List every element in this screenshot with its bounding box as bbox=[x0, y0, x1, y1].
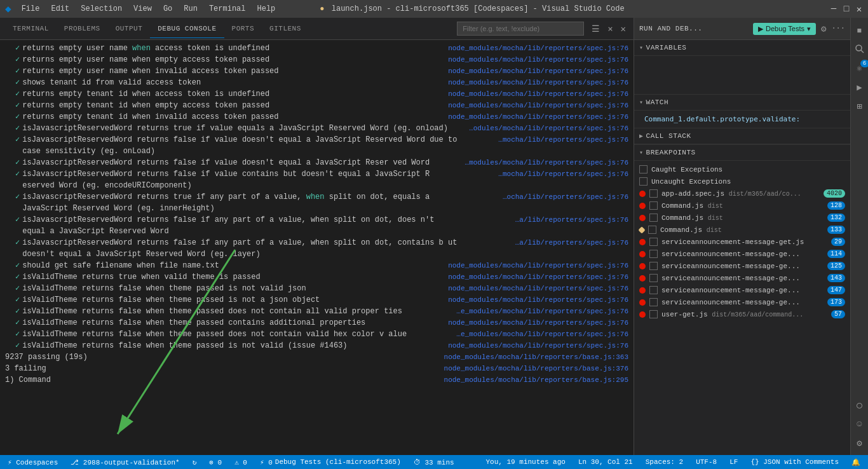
tab-output[interactable]: OUTPUT bbox=[108, 20, 151, 37]
bp-badge: 114 bbox=[827, 250, 845, 258]
eol-item[interactable]: LF bbox=[727, 458, 740, 466]
table-row: ✓ returns empty user name when access to… bbox=[5, 43, 628, 54]
explorer-icon[interactable]: ◾ bbox=[853, 23, 867, 37]
tab-problems[interactable]: PROBLEMS bbox=[57, 20, 108, 37]
chevron-icon: ▾ bbox=[639, 44, 644, 51]
bp-diamond-icon bbox=[638, 226, 645, 233]
breakpoint-svc-msg-ge-143[interactable]: serviceannouncement-message-ge... 143 bbox=[634, 272, 850, 284]
search-icon[interactable] bbox=[853, 42, 867, 56]
codespaces-item[interactable]: ⚡ Codespaces bbox=[5, 458, 60, 466]
menu-edit[interactable]: Edit bbox=[46, 3, 74, 15]
split-icon[interactable]: ⨯ bbox=[605, 22, 615, 36]
watch-header[interactable]: ▾ WATCH bbox=[634, 95, 850, 111]
watch-content: Command_1.default.prototype.validate: bbox=[634, 111, 850, 128]
encoding-item[interactable]: UTF-8 bbox=[693, 458, 719, 466]
tab-terminal[interactable]: TERMINAL bbox=[5, 20, 57, 37]
more-icon[interactable]: ··· bbox=[831, 24, 845, 33]
table-row: ✓ returns empty user name when empty acc… bbox=[5, 54, 628, 65]
minimize-button[interactable]: ─ bbox=[830, 5, 837, 13]
svg-line-2 bbox=[861, 50, 864, 53]
bp-checkbox[interactable] bbox=[649, 262, 658, 270]
table-row: ✓ isValidTheme returns true when valid t… bbox=[5, 271, 628, 283]
language-item[interactable]: {} JSON with Comments bbox=[748, 458, 841, 466]
tab-gitlens[interactable]: GITLENS bbox=[262, 20, 309, 37]
close-panel-icon[interactable]: ✕ bbox=[618, 22, 628, 36]
chevron-icon: ▾ bbox=[639, 99, 644, 106]
bp-label: Caught Exceptions bbox=[651, 166, 845, 173]
errors-item[interactable]: ⊗ 0 bbox=[207, 458, 224, 466]
debug-run-button[interactable]: ▶ Debug Tests ▾ bbox=[753, 23, 816, 35]
close-button[interactable]: ✕ bbox=[855, 5, 863, 13]
breakpoints-header[interactable]: ▾ BREAKPOINTS bbox=[634, 145, 850, 161]
bp-badge: 29 bbox=[831, 238, 845, 246]
time-item[interactable]: ⏱ 33 mins bbox=[411, 458, 457, 466]
watch-title: WATCH bbox=[646, 99, 669, 106]
table-row: ✓ shows tenant id from valid access toke… bbox=[5, 77, 628, 88]
callstack-title: CALL STACK bbox=[646, 132, 691, 140]
bp-checkbox[interactable] bbox=[639, 177, 648, 186]
breakpoint-user-get-57[interactable]: user-get.js dist/m365/aad/command... 57 bbox=[634, 308, 850, 320]
bp-badge: 147 bbox=[827, 286, 845, 294]
bp-checkbox[interactable] bbox=[648, 226, 656, 234]
tab-debug-console[interactable]: DEBUG CONSOLE bbox=[150, 20, 224, 38]
bp-checkbox[interactable] bbox=[649, 298, 658, 306]
account-icon[interactable]: ☺ bbox=[853, 417, 867, 431]
breakpoint-svc-msg-ge-125[interactable]: serviceannouncement-message-ge... 125 bbox=[634, 260, 850, 272]
bp-checkbox[interactable] bbox=[649, 238, 658, 246]
bp-badge: 128 bbox=[827, 201, 845, 210]
watch-item: Command_1.default.prototype.validate: bbox=[634, 113, 850, 125]
tab-ports[interactable]: PORTS bbox=[224, 20, 262, 37]
warnings-item[interactable]: ⚠ 0 bbox=[232, 458, 250, 466]
remote-icon[interactable]: ◯ bbox=[853, 398, 867, 412]
breakpoint-command-133[interactable]: Command.js dist 133 bbox=[634, 224, 850, 236]
breakpoint-svc-msg-get-29[interactable]: serviceannouncement-message-get.js 29 bbox=[634, 236, 850, 248]
source-control-icon[interactable]: ⚛ 6 bbox=[853, 61, 867, 75]
bp-checkbox[interactable] bbox=[649, 250, 658, 258]
bp-checkbox[interactable] bbox=[649, 214, 658, 222]
bp-dot-icon bbox=[639, 191, 646, 197]
breakpoint-caught-exceptions[interactable]: Caught Exceptions bbox=[634, 163, 850, 175]
extensions-icon[interactable]: ⊞ bbox=[853, 99, 867, 113]
cursor-item[interactable]: Ln 30, Col 21 bbox=[576, 458, 635, 466]
statusbar-left: ⚡ Codespaces ⎇ 2988-output-validation* ↻… bbox=[5, 458, 457, 466]
bp-label: serviceannouncement-message-ge... bbox=[661, 262, 824, 270]
chevron-icon: ▾ bbox=[639, 149, 644, 156]
variables-header[interactable]: ▾ VARIABLES bbox=[634, 40, 850, 56]
right-panel-content[interactable]: ▾ VARIABLES ▾ WATCH Command_1.default.pr… bbox=[634, 40, 850, 455]
run-icon: ▶ bbox=[758, 25, 763, 33]
feedback-item[interactable]: 🔔 bbox=[849, 458, 863, 466]
bp-checkbox[interactable] bbox=[649, 310, 658, 318]
branch-item[interactable]: ⎇ 2988-output-validation* bbox=[68, 458, 182, 466]
error-count: ⊗ 0 bbox=[209, 458, 222, 466]
settings-icon[interactable]: ⚙ bbox=[853, 436, 867, 450]
statusbar-right: You, 19 minutes ago Ln 30, Col 21 Spaces… bbox=[483, 458, 863, 466]
spaces-item[interactable]: Spaces: 2 bbox=[643, 458, 686, 466]
breakpoint-app-add-spec[interactable]: app-add.spec.js dist/m365/aad/co... 4020 bbox=[634, 187, 850, 200]
breakpoint-svc-msg-ge-173[interactable]: serviceannouncement-message-ge... 173 bbox=[634, 296, 850, 308]
bp-checkbox[interactable] bbox=[649, 189, 658, 198]
feedback-icon: 🔔 bbox=[851, 458, 860, 466]
breakpoint-command-128[interactable]: Command.js dist 128 bbox=[634, 200, 850, 212]
bp-badge: 133 bbox=[827, 226, 845, 234]
debug-item[interactable]: ⚡ 0 Debug Tests (cli-microsoft365) bbox=[257, 458, 403, 466]
table-row: ✓ isValidTheme returns false when theme … bbox=[5, 306, 628, 317]
breakpoint-command-132[interactable]: Command.js dist 132 bbox=[634, 212, 850, 224]
maximize-button[interactable]: □ bbox=[843, 5, 850, 13]
breakpoint-uncaught-exceptions[interactable]: Uncaught Exceptions bbox=[634, 175, 850, 187]
menu-file[interactable]: File bbox=[17, 3, 45, 15]
bp-checkbox[interactable] bbox=[649, 286, 658, 294]
gear-icon[interactable]: ⚙ bbox=[821, 24, 826, 34]
menu-selection[interactable]: Selection bbox=[76, 3, 127, 15]
sync-item[interactable]: ↻ bbox=[190, 458, 200, 466]
terminal-content[interactable]: ✓ returns empty user name when access to… bbox=[0, 40, 634, 455]
bp-checkbox[interactable] bbox=[639, 165, 648, 173]
location-item[interactable]: You, 19 minutes ago bbox=[483, 458, 567, 466]
breakpoint-svc-msg-ge-147[interactable]: serviceannouncement-message-ge... 147 bbox=[634, 284, 850, 296]
run-debug-icon[interactable]: ▶ bbox=[853, 80, 867, 94]
filter-input[interactable] bbox=[457, 22, 584, 36]
breakpoint-svc-msg-ge-114[interactable]: serviceannouncement-message-ge... 114 bbox=[634, 248, 850, 260]
callstack-header[interactable]: ▶ CALL STACK bbox=[634, 128, 850, 144]
bp-checkbox[interactable] bbox=[649, 274, 658, 282]
bp-checkbox[interactable] bbox=[649, 201, 658, 210]
filter-icon[interactable]: ☰ bbox=[589, 22, 602, 36]
